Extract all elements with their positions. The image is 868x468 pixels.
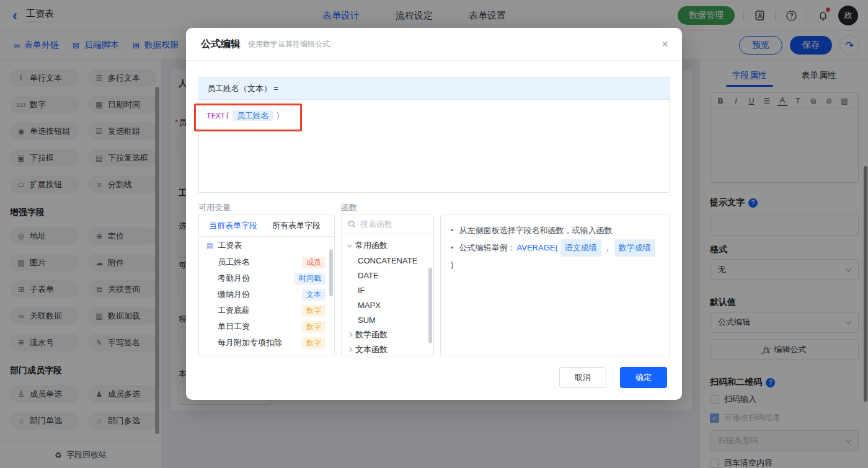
type-badge: 数字 [302, 321, 326, 333]
function-group-text[interactable]: 文本函数 [342, 342, 433, 356]
functions-label: 函数 [341, 202, 357, 213]
variable-row[interactable]: 每月附加专项扣除数字 [199, 335, 334, 351]
type-badge: 成员 [302, 257, 326, 268]
variables-panel: 当前表单字段 所有表单字段 ▤ 工资表 员工姓名成员 考勤月份时间戳 缴纳月份文… [198, 214, 335, 356]
tab-all-form-fields[interactable]: 所有表单字段 [272, 220, 321, 231]
app-window: ‹ 工资表 表单设计 流程设定 表单设置 数据管理 [0, 0, 868, 468]
chevron-down-icon [347, 242, 352, 247]
cancel-button[interactable]: 取消 [559, 367, 606, 388]
function-item[interactable]: DATE [342, 268, 433, 283]
type-badge: 文本 [302, 289, 326, 301]
dialog-subtitle: 使用数学运算符编辑公式 [248, 39, 330, 50]
formula-function-token: TEXT( [206, 111, 230, 120]
close-icon[interactable]: × [662, 38, 668, 50]
example-chip: 语文成绩 [560, 239, 601, 257]
variables-scrollbar[interactable] [329, 249, 333, 296]
variable-row[interactable]: 考勤月份时间戳 [199, 270, 334, 286]
function-search [342, 214, 433, 234]
confirm-button[interactable]: 确定 [620, 367, 667, 388]
help-line-2: 公式编辑举例：AVERAGE(语文成绩，数学成绩) [451, 239, 659, 273]
form-doc-icon: ▤ [206, 241, 213, 250]
formula-help-panel: 从左侧面板选择字段名和函数，或输入函数 公式编辑举例：AVERAGE(语文成绩，… [440, 214, 670, 356]
variable-row[interactable]: 缴纳月份文本 [199, 286, 334, 302]
tab-current-form-fields[interactable]: 当前表单字段 [209, 220, 257, 231]
variables-label: 可用变量 [198, 202, 231, 213]
formula-close-paren: ) [276, 111, 281, 120]
dialog-header: 公式编辑 使用数学运算符编辑公式 [186, 28, 682, 61]
type-badge: 数字 [302, 305, 326, 317]
formula-target-banner: 员工姓名（文本） = [198, 77, 670, 100]
variables-tabs: 当前表单字段 所有表单字段 [199, 214, 334, 237]
variable-row[interactable]: 单日工资数字 [199, 319, 334, 335]
function-group-math[interactable]: 数学函数 [342, 327, 433, 342]
formula-edit-dialog: 公式编辑 使用数学运算符编辑公式 × 员工姓名（文本） = TEXT(员工姓名)… [186, 28, 682, 400]
type-badge: 时间戳 [294, 273, 326, 285]
chevron-right-icon [347, 332, 352, 337]
function-item[interactable]: CONCATENATE [342, 253, 433, 268]
variable-row[interactable]: 工资底薪数字 [199, 302, 334, 319]
function-item[interactable]: IF [342, 283, 433, 298]
function-search-input[interactable] [360, 219, 422, 229]
functions-panel: 常用函数 CONCATENATE DATE IF MAPX SUM 数学函数 文… [341, 214, 434, 356]
chevron-right-icon [347, 347, 352, 352]
function-item[interactable]: MAPX [342, 298, 433, 312]
example-chip: 数学成绩 [614, 239, 655, 257]
function-group-common[interactable]: 常用函数 [342, 238, 433, 253]
dialog-title: 公式编辑 [201, 38, 241, 51]
variable-row[interactable]: 员工姓名成员 [199, 254, 334, 270]
formula-field-chip[interactable]: 员工姓名 [232, 110, 273, 121]
example-function: AVERAGE( [517, 240, 558, 257]
functions-scrollbar[interactable] [428, 268, 432, 343]
function-item[interactable]: SUM [342, 312, 433, 327]
formula-editor[interactable]: TEXT(员工姓名) [198, 100, 670, 193]
search-icon [348, 220, 356, 228]
type-badge: 数字 [302, 337, 326, 349]
help-line-1: 从左侧面板选择字段名和函数，或输入函数 [451, 223, 659, 239]
form-tree-root[interactable]: ▤ 工资表 [199, 237, 334, 254]
